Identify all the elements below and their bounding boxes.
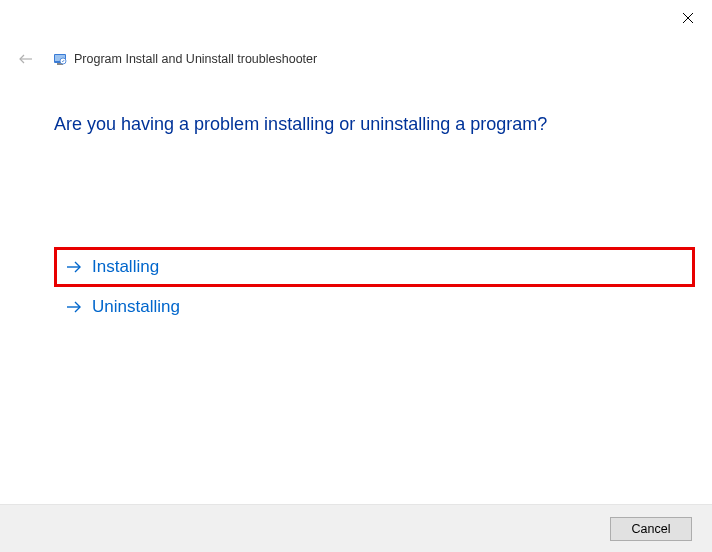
question-heading: Are you having a problem installing or u… — [54, 114, 547, 135]
arrow-right-icon — [64, 297, 84, 317]
back-button — [16, 49, 36, 69]
title-area: Program Install and Uninstall troublesho… — [52, 51, 317, 67]
app-icon — [52, 51, 68, 67]
option-installing[interactable]: Installing — [54, 247, 695, 287]
cancel-button[interactable]: Cancel — [610, 517, 692, 541]
back-arrow-icon — [18, 51, 34, 67]
close-button[interactable] — [678, 8, 698, 28]
options-list: Installing Uninstalling — [54, 247, 695, 327]
header: Program Install and Uninstall troublesho… — [16, 49, 317, 69]
close-icon — [682, 12, 694, 24]
option-label: Uninstalling — [92, 297, 180, 317]
page-title: Program Install and Uninstall troublesho… — [74, 52, 317, 66]
option-uninstalling[interactable]: Uninstalling — [54, 287, 695, 327]
footer: Cancel — [0, 504, 712, 552]
option-label: Installing — [92, 257, 159, 277]
arrow-right-icon — [64, 257, 84, 277]
